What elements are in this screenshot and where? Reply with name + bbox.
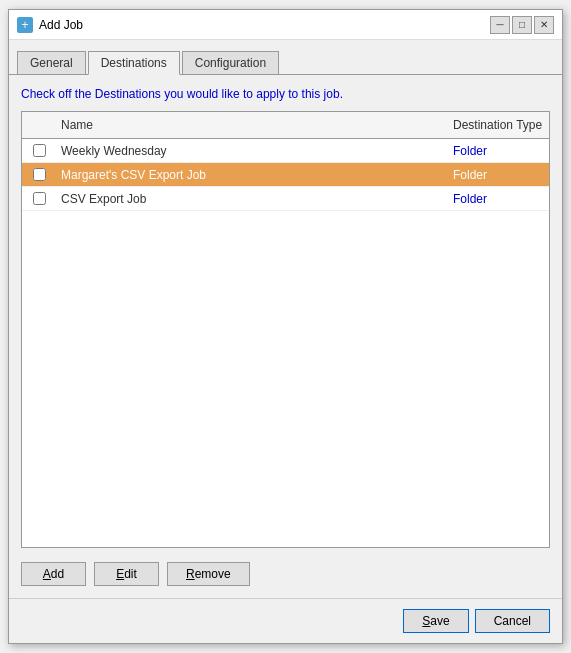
table-row[interactable]: CSV Export Job Folder xyxy=(22,187,549,211)
destinations-table: Name Destination Type Weekly Wednesday F… xyxy=(21,111,550,548)
row-name-1: Weekly Wednesday xyxy=(57,142,449,160)
remove-button[interactable]: Remove xyxy=(167,562,250,586)
row-dest-type-3: Folder xyxy=(449,190,549,208)
edit-button[interactable]: Edit xyxy=(94,562,159,586)
col-header-check xyxy=(22,116,57,134)
title-bar: + Add Job ─ □ ✕ xyxy=(9,10,562,40)
add-button[interactable]: Add xyxy=(21,562,86,586)
minimize-button[interactable]: ─ xyxy=(490,16,510,34)
content-area: Check off the Destinations you would lik… xyxy=(9,75,562,598)
table-row[interactable]: Weekly Wednesday Folder xyxy=(22,139,549,163)
maximize-button[interactable]: □ xyxy=(512,16,532,34)
checkbox-cell-3[interactable] xyxy=(22,192,57,205)
save-button[interactable]: Save xyxy=(403,609,468,633)
window-title: Add Job xyxy=(39,18,490,32)
row-dest-type-1: Folder xyxy=(449,142,549,160)
row-name-2: Margaret's CSV Export Job xyxy=(57,166,449,184)
checkbox-cell-2[interactable] xyxy=(22,168,57,181)
action-buttons: Add Edit Remove xyxy=(21,562,550,586)
close-button[interactable]: ✕ xyxy=(534,16,554,34)
row-dest-type-2: Folder xyxy=(449,166,549,184)
table-row[interactable]: Margaret's CSV Export Job Folder xyxy=(22,163,549,187)
main-window: + Add Job ─ □ ✕ General Destinations Con… xyxy=(8,9,563,644)
row-checkbox-1[interactable] xyxy=(33,144,46,157)
table-body: Weekly Wednesday Folder Margaret's CSV E… xyxy=(22,139,549,211)
row-checkbox-2[interactable] xyxy=(33,168,46,181)
title-bar-controls: ─ □ ✕ xyxy=(490,16,554,34)
window-icon: + xyxy=(17,17,33,33)
checkbox-cell-1[interactable] xyxy=(22,144,57,157)
cancel-button[interactable]: Cancel xyxy=(475,609,550,633)
table-header: Name Destination Type xyxy=(22,112,549,139)
col-header-dest-type: Destination Type xyxy=(449,116,549,134)
instruction-text: Check off the Destinations you would lik… xyxy=(21,87,550,101)
footer: Save Cancel xyxy=(9,598,562,643)
tab-general[interactable]: General xyxy=(17,51,86,74)
tab-destinations[interactable]: Destinations xyxy=(88,51,180,75)
tab-bar: General Destinations Configuration xyxy=(9,40,562,75)
row-checkbox-3[interactable] xyxy=(33,192,46,205)
row-name-3: CSV Export Job xyxy=(57,190,449,208)
tab-configuration[interactable]: Configuration xyxy=(182,51,279,74)
col-header-name: Name xyxy=(57,116,449,134)
